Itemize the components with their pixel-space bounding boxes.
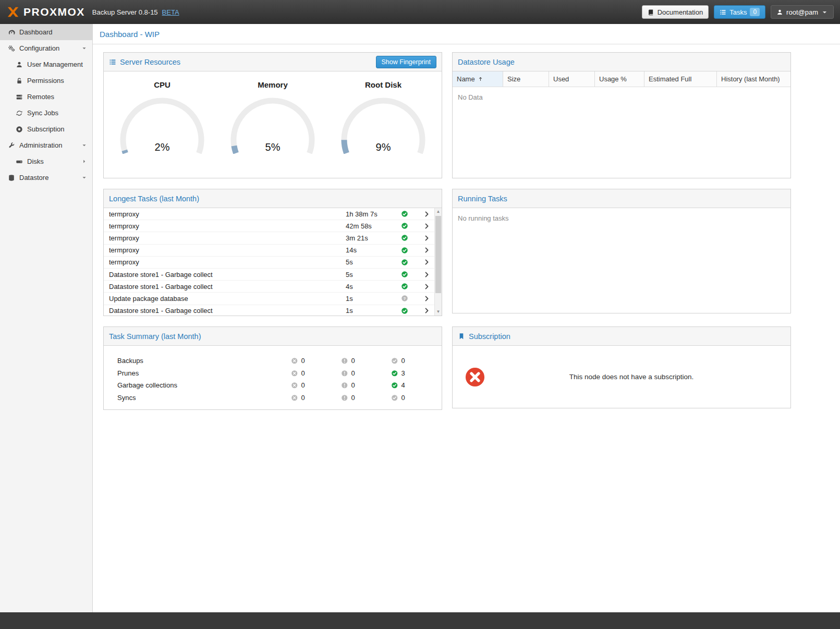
running-tasks-title: Running Tasks	[458, 195, 507, 203]
chevron-right-icon[interactable]	[419, 211, 434, 217]
scroll-down-icon[interactable]: ▼	[435, 308, 442, 316]
column-header-usage-[interactable]: Usage %	[595, 71, 644, 87]
subscription-title: Subscription	[469, 332, 510, 341]
caret-down-icon[interactable]	[81, 45, 92, 51]
summary-label: Garbage collections	[117, 381, 291, 389]
longest-tasks-rows: termproxy1h 38m 7stermproxy42m 58stermpr…	[104, 208, 434, 316]
chevron-right-icon[interactable]	[419, 271, 434, 278]
sidebar-item-label: Datastore	[19, 174, 81, 182]
unlock-icon	[14, 77, 25, 84]
task-row[interactable]: Update package database1s?	[104, 293, 434, 305]
tasks-button[interactable]: Tasks 0	[714, 5, 765, 19]
task-row[interactable]: Datastore store1 - Garbage collect5s	[104, 269, 434, 281]
sidebar-item-user-management[interactable]: User Management	[0, 56, 92, 72]
task-row[interactable]: termproxy14s	[104, 245, 434, 257]
task-row[interactable]: termproxy1h 38m 7s	[104, 208, 434, 220]
user-icon	[776, 9, 783, 16]
datastore-usage-header: Datastore Usage	[453, 53, 790, 71]
task-row[interactable]: termproxy5s	[104, 257, 434, 269]
task-row[interactable]: termproxy42m 58s	[104, 220, 434, 232]
check-circle-icon	[391, 382, 398, 389]
proxmox-logo[interactable]: PROXMOX	[6, 5, 85, 19]
summary-label: Backups	[117, 357, 291, 365]
datastore-usage-columns: NameSizeUsedUsage %Estimated FullHistory…	[453, 71, 790, 87]
task-summary-header: Task Summary (last Month)	[104, 327, 442, 346]
check-circle-icon	[391, 394, 398, 402]
hdd-icon	[14, 158, 25, 165]
support-icon	[14, 126, 25, 133]
brand-text: PROXMOX	[23, 6, 85, 18]
documentation-button[interactable]: Documentation	[642, 5, 709, 19]
column-header-estimated-full[interactable]: Estimated Full	[644, 71, 717, 87]
chevron-right-icon[interactable]	[419, 307, 434, 314]
caret-down-icon[interactable]	[81, 175, 92, 180]
error-count: 0	[301, 394, 305, 402]
sort-up-icon	[478, 76, 483, 82]
no-running-tasks-text: No running tasks	[453, 208, 790, 228]
sidebar-item-disks[interactable]: Disks	[0, 153, 92, 170]
ok-count: 0	[401, 357, 405, 365]
sidebar-item-remotes[interactable]: Remotes	[0, 89, 92, 105]
sidebar-item-administration[interactable]: Administration	[0, 137, 92, 153]
main-area: Dashboard - WIP Server Resources Show Fi…	[93, 24, 840, 612]
task-name: Update package database	[109, 295, 346, 303]
column-header-history-last-month-[interactable]: History (last Month)	[717, 71, 790, 87]
documentation-label: Documentation	[658, 8, 703, 16]
task-duration: 1s	[346, 295, 401, 303]
show-fingerprint-button[interactable]: Show Fingerprint	[376, 56, 437, 68]
running-tasks-header: Running Tasks	[453, 189, 790, 208]
task-duration: 5s	[346, 271, 401, 279]
tasks-label: Tasks	[729, 8, 747, 16]
chevron-right-icon[interactable]	[419, 295, 434, 302]
user-icon	[14, 61, 25, 68]
caret-down-icon[interactable]	[81, 142, 92, 148]
warning-count: 0	[351, 381, 355, 389]
beta-link[interactable]: BETA	[162, 8, 179, 16]
warning-count-group: 0	[341, 394, 391, 402]
scroll-up-icon[interactable]: ▲	[435, 208, 442, 215]
ok-count-group: 0	[391, 394, 441, 402]
scrollbar-thumb[interactable]	[435, 216, 441, 293]
chevron-right-icon[interactable]	[419, 223, 434, 229]
task-row[interactable]: Datastore store1 - Garbage collect4s	[104, 281, 434, 293]
sidebar-item-permissions[interactable]: Permissions	[0, 72, 92, 89]
sidebar-item-dashboard[interactable]: Dashboard	[0, 24, 92, 40]
error-count-group: 0	[291, 381, 341, 389]
column-header-name[interactable]: Name	[453, 71, 503, 87]
error-count-group: 0	[291, 394, 341, 402]
chevron-right-icon[interactable]	[419, 247, 434, 253]
sidebar-item-sync-jobs[interactable]: Sync Jobs	[0, 105, 92, 121]
task-name: termproxy	[109, 210, 346, 218]
column-label: Size	[507, 75, 520, 83]
task-name: termproxy	[109, 234, 346, 242]
sidebar-item-subscription[interactable]: Subscription	[0, 121, 92, 137]
sidebar-item-configuration[interactable]: Configuration	[0, 40, 92, 56]
chevron-right-icon[interactable]	[419, 283, 434, 290]
running-tasks-panel: Running Tasks No running tasks	[452, 189, 791, 313]
gauge-arc-icon: 2%	[113, 94, 212, 155]
chevron-right-icon[interactable]	[419, 235, 434, 241]
task-row[interactable]: termproxy3m 21s	[104, 232, 434, 244]
scrollbar[interactable]: ▲ ▼	[434, 208, 442, 316]
task-summary-rows: Backups000Prunes003Garbage collections00…	[104, 346, 442, 404]
wrench-icon	[6, 142, 17, 149]
caret-right-icon[interactable]	[81, 159, 92, 164]
summary-row-syncs: Syncs000	[117, 392, 442, 404]
column-header-used[interactable]: Used	[549, 71, 595, 87]
task-row[interactable]: Datastore store1 - Garbage collect1s	[104, 305, 434, 317]
ok-count: 3	[401, 369, 405, 377]
user-menu-button[interactable]: root@pam	[771, 5, 834, 19]
check-circle-icon	[401, 283, 419, 290]
task-duration: 1h 38m 7s	[346, 210, 401, 218]
column-label: Name	[457, 75, 475, 83]
gauge-value: 5%	[223, 141, 322, 153]
column-label: History (last Month)	[721, 75, 780, 83]
chevron-right-icon[interactable]	[419, 259, 434, 265]
warning-count-group: 0	[341, 357, 391, 365]
column-header-size[interactable]: Size	[503, 71, 549, 87]
server-resources-title: Server Resources	[120, 58, 180, 66]
column-label: Used	[553, 75, 569, 83]
sidebar-item-datastore[interactable]: Datastore	[0, 170, 92, 186]
refresh-icon	[14, 110, 25, 117]
exclamation-circle-icon	[341, 394, 348, 402]
